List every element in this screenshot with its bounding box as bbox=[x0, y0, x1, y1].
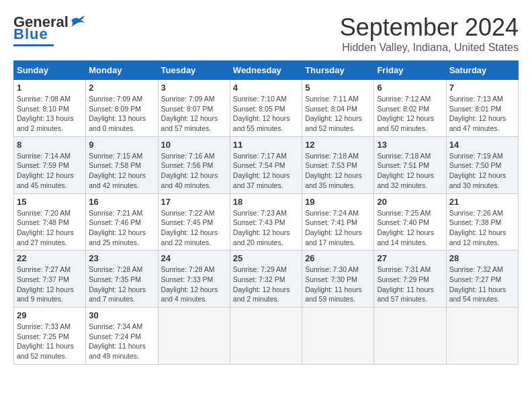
calendar-cell: 16Sunrise: 7:21 AM Sunset: 7:46 PM Dayli… bbox=[86, 193, 158, 250]
calendar-cell: 3Sunrise: 7:09 AM Sunset: 8:07 PM Daylig… bbox=[158, 80, 230, 137]
day-number: 15 bbox=[17, 197, 83, 207]
calendar-header-thursday: Thursday bbox=[302, 61, 374, 80]
calendar-cell: 6Sunrise: 7:12 AM Sunset: 8:02 PM Daylig… bbox=[374, 80, 446, 137]
day-detail: Sunrise: 7:08 AM Sunset: 8:10 PM Dayligh… bbox=[17, 94, 83, 134]
calendar-header-tuesday: Tuesday bbox=[158, 61, 230, 80]
day-number: 7 bbox=[449, 83, 515, 93]
day-number: 10 bbox=[161, 140, 227, 150]
calendar-cell: 15Sunrise: 7:20 AM Sunset: 7:48 PM Dayli… bbox=[14, 193, 86, 250]
day-detail: Sunrise: 7:17 AM Sunset: 7:54 PM Dayligh… bbox=[233, 151, 299, 191]
title-area: September 2024 Hidden Valley, Indiana, U… bbox=[340, 13, 519, 54]
calendar-cell: 21Sunrise: 7:26 AM Sunset: 7:38 PM Dayli… bbox=[446, 193, 518, 250]
logo-underline bbox=[13, 44, 54, 46]
calendar-cell: 5Sunrise: 7:11 AM Sunset: 8:04 PM Daylig… bbox=[302, 80, 374, 137]
day-number: 20 bbox=[377, 197, 443, 207]
calendar-cell: 17Sunrise: 7:22 AM Sunset: 7:45 PM Dayli… bbox=[158, 193, 230, 250]
day-number: 17 bbox=[161, 197, 227, 207]
logo-blue: Blue bbox=[13, 26, 48, 43]
day-detail: Sunrise: 7:09 AM Sunset: 8:09 PM Dayligh… bbox=[89, 94, 154, 134]
day-detail: Sunrise: 7:20 AM Sunset: 7:48 PM Dayligh… bbox=[17, 208, 83, 248]
day-number: 21 bbox=[449, 197, 515, 207]
day-number: 25 bbox=[233, 253, 299, 263]
header: General Blue September 2024 Hidden Valle… bbox=[13, 13, 519, 54]
calendar-week-row: 1Sunrise: 7:08 AM Sunset: 8:10 PM Daylig… bbox=[14, 80, 519, 137]
day-number: 13 bbox=[377, 140, 443, 150]
calendar-cell bbox=[158, 308, 230, 365]
calendar-cell: 20Sunrise: 7:25 AM Sunset: 7:40 PM Dayli… bbox=[374, 193, 446, 250]
calendar-header-saturday: Saturday bbox=[446, 61, 518, 80]
calendar-cell: 13Sunrise: 7:18 AM Sunset: 7:51 PM Dayli… bbox=[374, 136, 446, 193]
calendar-week-row: 22Sunrise: 7:27 AM Sunset: 7:37 PM Dayli… bbox=[14, 250, 519, 308]
calendar: SundayMondayTuesdayWednesdayThursdayFrid… bbox=[13, 60, 519, 365]
calendar-header-friday: Friday bbox=[374, 61, 446, 80]
day-detail: Sunrise: 7:27 AM Sunset: 7:37 PM Dayligh… bbox=[17, 265, 83, 304]
day-detail: Sunrise: 7:30 AM Sunset: 7:30 PM Dayligh… bbox=[305, 265, 371, 304]
day-detail: Sunrise: 7:15 AM Sunset: 7:58 PM Dayligh… bbox=[89, 151, 154, 191]
calendar-cell bbox=[446, 308, 518, 365]
day-number: 16 bbox=[89, 197, 154, 207]
day-number: 4 bbox=[233, 83, 299, 93]
calendar-cell: 18Sunrise: 7:23 AM Sunset: 7:43 PM Dayli… bbox=[230, 193, 302, 250]
day-detail: Sunrise: 7:29 AM Sunset: 7:32 PM Dayligh… bbox=[233, 265, 299, 304]
day-number: 24 bbox=[161, 253, 227, 263]
day-detail: Sunrise: 7:13 AM Sunset: 8:01 PM Dayligh… bbox=[449, 94, 515, 134]
calendar-cell: 24Sunrise: 7:28 AM Sunset: 7:33 PM Dayli… bbox=[158, 250, 230, 308]
calendar-cell: 22Sunrise: 7:27 AM Sunset: 7:37 PM Dayli… bbox=[14, 250, 86, 308]
day-detail: Sunrise: 7:14 AM Sunset: 7:59 PM Dayligh… bbox=[17, 151, 83, 191]
calendar-cell: 19Sunrise: 7:24 AM Sunset: 7:41 PM Dayli… bbox=[302, 193, 374, 250]
day-detail: Sunrise: 7:24 AM Sunset: 7:41 PM Dayligh… bbox=[305, 208, 371, 248]
day-number: 2 bbox=[89, 83, 154, 93]
day-detail: Sunrise: 7:21 AM Sunset: 7:46 PM Dayligh… bbox=[89, 208, 154, 248]
day-detail: Sunrise: 7:33 AM Sunset: 7:25 PM Dayligh… bbox=[17, 322, 83, 361]
calendar-week-row: 8Sunrise: 7:14 AM Sunset: 7:59 PM Daylig… bbox=[14, 136, 519, 193]
calendar-week-row: 15Sunrise: 7:20 AM Sunset: 7:48 PM Dayli… bbox=[14, 193, 519, 250]
calendar-cell: 4Sunrise: 7:10 AM Sunset: 8:05 PM Daylig… bbox=[230, 80, 302, 137]
day-detail: Sunrise: 7:19 AM Sunset: 7:50 PM Dayligh… bbox=[449, 151, 515, 191]
calendar-cell: 30Sunrise: 7:34 AM Sunset: 7:24 PM Dayli… bbox=[86, 308, 158, 365]
day-number: 9 bbox=[89, 140, 154, 150]
calendar-cell: 8Sunrise: 7:14 AM Sunset: 7:59 PM Daylig… bbox=[14, 136, 86, 193]
calendar-week-row: 29Sunrise: 7:33 AM Sunset: 7:25 PM Dayli… bbox=[14, 308, 519, 365]
day-detail: Sunrise: 7:10 AM Sunset: 8:05 PM Dayligh… bbox=[233, 94, 299, 134]
calendar-cell: 1Sunrise: 7:08 AM Sunset: 8:10 PM Daylig… bbox=[14, 80, 86, 137]
calendar-cell bbox=[374, 308, 446, 365]
logo-bird-icon bbox=[70, 15, 85, 27]
day-detail: Sunrise: 7:25 AM Sunset: 7:40 PM Dayligh… bbox=[377, 208, 443, 248]
calendar-cell: 28Sunrise: 7:32 AM Sunset: 7:27 PM Dayli… bbox=[446, 250, 518, 308]
day-detail: Sunrise: 7:11 AM Sunset: 8:04 PM Dayligh… bbox=[305, 94, 371, 134]
calendar-header-sunday: Sunday bbox=[14, 61, 86, 80]
day-number: 11 bbox=[233, 140, 299, 150]
day-number: 3 bbox=[161, 83, 227, 93]
day-detail: Sunrise: 7:16 AM Sunset: 7:56 PM Dayligh… bbox=[161, 151, 227, 191]
day-number: 1 bbox=[17, 83, 83, 93]
calendar-header-monday: Monday bbox=[86, 61, 158, 80]
calendar-header-wednesday: Wednesday bbox=[230, 61, 302, 80]
calendar-cell: 27Sunrise: 7:31 AM Sunset: 7:29 PM Dayli… bbox=[374, 250, 446, 308]
day-number: 30 bbox=[89, 310, 154, 320]
day-detail: Sunrise: 7:34 AM Sunset: 7:24 PM Dayligh… bbox=[89, 322, 154, 361]
calendar-cell: 14Sunrise: 7:19 AM Sunset: 7:50 PM Dayli… bbox=[446, 136, 518, 193]
calendar-cell: 7Sunrise: 7:13 AM Sunset: 8:01 PM Daylig… bbox=[446, 80, 518, 137]
day-number: 8 bbox=[17, 140, 83, 150]
day-detail: Sunrise: 7:18 AM Sunset: 7:51 PM Dayligh… bbox=[377, 151, 443, 191]
day-detail: Sunrise: 7:32 AM Sunset: 7:27 PM Dayligh… bbox=[449, 265, 515, 304]
calendar-cell: 23Sunrise: 7:28 AM Sunset: 7:35 PM Dayli… bbox=[86, 250, 158, 308]
day-detail: Sunrise: 7:28 AM Sunset: 7:35 PM Dayligh… bbox=[89, 265, 154, 304]
calendar-cell: 2Sunrise: 7:09 AM Sunset: 8:09 PM Daylig… bbox=[86, 80, 158, 137]
day-number: 19 bbox=[305, 197, 371, 207]
calendar-cell: 25Sunrise: 7:29 AM Sunset: 7:32 PM Dayli… bbox=[230, 250, 302, 308]
day-detail: Sunrise: 7:09 AM Sunset: 8:07 PM Dayligh… bbox=[161, 94, 227, 134]
calendar-cell bbox=[302, 308, 374, 365]
day-number: 12 bbox=[305, 140, 371, 150]
logo: General Blue bbox=[13, 13, 85, 46]
calendar-header-row: SundayMondayTuesdayWednesdayThursdayFrid… bbox=[14, 61, 519, 80]
day-number: 29 bbox=[17, 310, 83, 320]
calendar-cell: 26Sunrise: 7:30 AM Sunset: 7:30 PM Dayli… bbox=[302, 250, 374, 308]
calendar-cell: 10Sunrise: 7:16 AM Sunset: 7:56 PM Dayli… bbox=[158, 136, 230, 193]
day-number: 22 bbox=[17, 253, 83, 263]
location: Hidden Valley, Indiana, United States bbox=[340, 42, 519, 54]
calendar-cell: 12Sunrise: 7:18 AM Sunset: 7:53 PM Dayli… bbox=[302, 136, 374, 193]
day-detail: Sunrise: 7:12 AM Sunset: 8:02 PM Dayligh… bbox=[377, 94, 443, 134]
day-detail: Sunrise: 7:28 AM Sunset: 7:33 PM Dayligh… bbox=[161, 265, 227, 304]
day-detail: Sunrise: 7:18 AM Sunset: 7:53 PM Dayligh… bbox=[305, 151, 371, 191]
